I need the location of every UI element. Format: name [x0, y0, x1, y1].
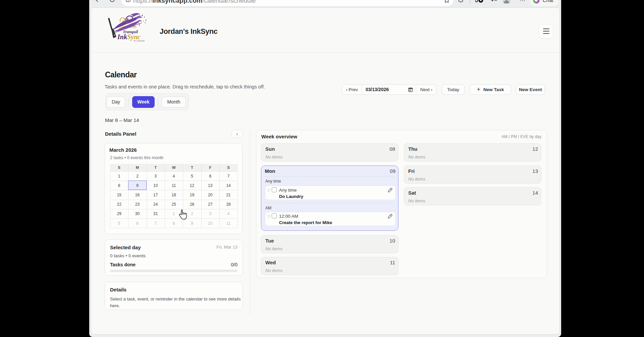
svg-text:Ink: Ink [117, 33, 127, 41]
svg-text:PLANNER: PLANNER [134, 40, 145, 42]
